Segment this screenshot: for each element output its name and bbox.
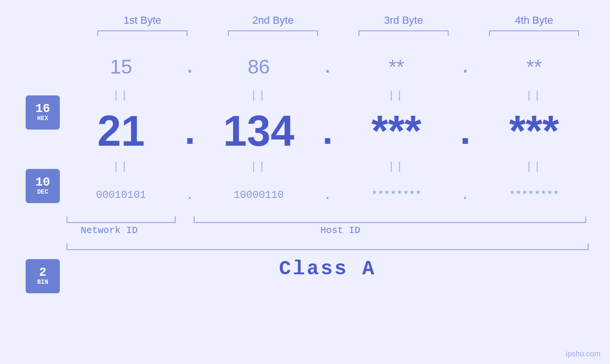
network-id-label: Network ID (81, 225, 138, 236)
bin-val2: 10000110 (211, 189, 306, 201)
hex-val3: ** (349, 56, 444, 78)
hex-row: 15 . 86 . ** . ** (66, 48, 589, 86)
dec-dot3: . (458, 104, 472, 158)
data-columns: 15 . 86 . ** . ** || || || || 21 (66, 48, 610, 293)
hex-badge: 16 HEX (26, 95, 60, 130)
dec-badge: 10 DEC (26, 169, 60, 203)
byte4-header: 4th Byte (482, 14, 586, 27)
dec-badge-label: DEC (37, 188, 48, 196)
footer: ipshu.com (566, 350, 601, 358)
network-bracket (66, 216, 176, 223)
hex-val2: 86 (211, 56, 306, 78)
outer-bracket-wrapper (66, 243, 589, 250)
bracket-byte1 (97, 30, 188, 36)
class-row: Class A (66, 258, 589, 280)
bin-dot3: . (458, 188, 472, 203)
dec-val2: 134 (211, 107, 306, 156)
eq8: || (487, 161, 582, 173)
bin-badge-label: BIN (37, 279, 48, 286)
dec-dot2: . (320, 104, 335, 158)
dec-dot1: . (183, 104, 197, 158)
layout: 16 HEX 10 DEC 2 BIN 15 . 86 . ** (0, 43, 610, 293)
eq7: || (349, 161, 444, 173)
hex-dot2: . (320, 57, 335, 77)
dec-badge-number: 10 (35, 176, 50, 188)
bin-val3: ******** (349, 189, 444, 201)
bin-row: 00010101 . 10000110 . ******** . *******… (66, 176, 589, 214)
equals-row-1: || || || || (66, 86, 589, 105)
bin-badge: 2 BIN (26, 259, 60, 293)
hex-badge-label: HEX (37, 115, 48, 122)
outer-bracket (66, 243, 589, 250)
hex-val1: 15 (74, 56, 169, 78)
host-id-label: Host ID (320, 225, 360, 236)
hex-badge-number: 16 (35, 103, 50, 115)
eq2: || (211, 90, 306, 102)
dec-val3: *** (349, 107, 444, 156)
equals-row-2: || || || || (66, 157, 589, 176)
dec-val4: *** (487, 107, 582, 156)
byte3-header: 3rd Byte (351, 14, 456, 27)
eq4: || (487, 90, 582, 102)
bin-dot1: . (183, 188, 197, 203)
host-bracket (194, 216, 586, 223)
bin-val1: 00010101 (74, 189, 169, 201)
hex-val4: ** (487, 56, 582, 78)
dec-val1: 21 (74, 107, 169, 156)
main-container: 1st Byte 2nd Byte 3rd Byte 4th Byte 16 H… (0, 0, 610, 364)
byte1-header: 1st Byte (90, 14, 195, 27)
bracket-byte4 (489, 30, 579, 36)
class-label: Class A (279, 258, 376, 280)
hex-dot1: . (183, 57, 197, 77)
bin-badge-number: 2 (39, 266, 47, 279)
bin-val4: ******** (487, 189, 582, 201)
eq5: || (74, 161, 169, 173)
eq1: || (74, 90, 169, 102)
eq3: || (349, 90, 444, 102)
eq6: || (211, 161, 306, 173)
bottom-bracket-area: Network ID Host ID (66, 216, 589, 243)
dec-row: 21 . 134 . *** . *** (66, 105, 589, 157)
badges-column: 16 HEX 10 DEC 2 BIN (0, 48, 66, 293)
bracket-byte3 (358, 30, 449, 36)
hex-dot3: . (458, 57, 472, 77)
bracket-byte2 (228, 30, 318, 36)
byte2-header: 2nd Byte (221, 14, 325, 27)
bin-dot2: . (320, 188, 335, 203)
